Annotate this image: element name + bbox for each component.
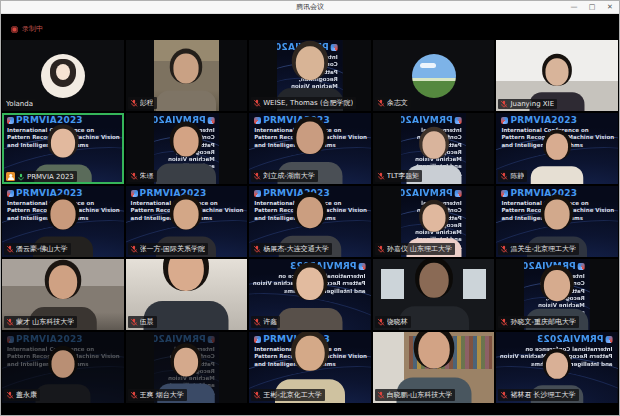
participant-tile[interactable]: PRMVIA2023 International Conference on P… xyxy=(2,186,124,257)
participant-tile[interactable]: PRMVIA2023 International Conference on P… xyxy=(249,259,371,330)
participant-name-badge: 朱璟 xyxy=(128,170,157,182)
participant-name: 王彬-北京化工大学 xyxy=(263,390,322,400)
participant-tile[interactable]: PRMVIA2023 International Conference on P… xyxy=(2,113,124,184)
backdrop-title: PRMVIA2023 xyxy=(498,334,613,344)
meeting-area: 录制中 Yolanda xyxy=(1,14,619,416)
participant-tile[interactable]: PRMVIA2023 International Conference on P… xyxy=(373,113,495,184)
silhouette-head xyxy=(546,134,568,160)
participant-tile[interactable]: PRMVIA2023 International Conference on P… xyxy=(249,332,371,403)
mic-muted-icon xyxy=(500,318,508,326)
participant-name-badge: 温关生-北京理工大学 xyxy=(498,243,579,255)
prmvia-logo-icon xyxy=(131,190,138,197)
participant-name-badge: 蒙才 山东科技大学 xyxy=(4,316,77,328)
participant-tile[interactable]: 蒙才 山东科技大学 xyxy=(2,259,124,330)
participant-name-badge: 盖永康 xyxy=(4,389,40,401)
participant-name-badge: 余志文 xyxy=(375,97,411,109)
mic-muted-icon xyxy=(130,391,138,399)
silhouette-head xyxy=(422,131,445,159)
participant-name-badge: 王彬-北京化工大学 xyxy=(251,389,325,401)
recording-label: 录制中 xyxy=(22,24,43,34)
participant-tile[interactable]: PRMVIA2023 International Conference on P… xyxy=(249,113,371,184)
participant-name: 饶晓林 xyxy=(387,317,408,327)
participant-tile[interactable]: PRMVIA2023 International Conference on P… xyxy=(249,186,371,257)
participant-name: 伍晨 xyxy=(140,317,154,327)
video-grid: Yolanda 彭程 xyxy=(2,40,618,403)
participant-video: PRMVIA2023 International Conference on P… xyxy=(154,113,220,184)
participant-name: TLT李题矩 xyxy=(387,171,420,181)
participant-tile[interactable]: Juanying XIE xyxy=(496,40,618,111)
participant-tile[interactable]: 白晓鹏-山东科技大学 xyxy=(373,332,495,403)
participant-name-badge: 孙晓文-重庆邮电大学 xyxy=(498,316,579,328)
silhouette-head xyxy=(419,263,448,298)
participant-tile[interactable]: 伍晨 xyxy=(126,259,248,330)
backdrop-title: PRMVIA2023 xyxy=(403,115,462,125)
minimize-button[interactable]: — xyxy=(565,1,583,13)
participant-tile[interactable]: PRMVIA2023 International Conference on P… xyxy=(496,186,618,257)
participant-tile[interactable]: PRMVIA2023 International Conference on P… xyxy=(496,332,618,403)
participant-tile[interactable]: 饶晓林 xyxy=(373,259,495,330)
silhouette-torso xyxy=(531,166,584,184)
backdrop-title-text: PRMVIA2023 xyxy=(537,334,604,344)
participant-tile[interactable]: Yolanda xyxy=(2,40,124,111)
participant-name-badge: 伍晨 xyxy=(128,316,157,328)
avatar xyxy=(412,54,456,98)
mic-muted-icon xyxy=(253,318,261,326)
participant-tile[interactable]: 余志文 xyxy=(373,40,495,111)
participant-name: 许鑫 xyxy=(263,317,277,327)
prmvia-logo-icon xyxy=(606,336,613,343)
participant-tile[interactable]: 彭程 xyxy=(126,40,248,111)
participant-name-badge: 孙嘉仪 山东理工大学 xyxy=(375,243,455,255)
mic-unmuted-icon xyxy=(17,173,25,181)
participant-name: 潘云豪-佛山大学 xyxy=(16,244,68,254)
participant-name: 孙嘉仪 山东理工大学 xyxy=(387,244,452,254)
participant-tile[interactable]: PRMVIA2023 International Conference on P… xyxy=(126,332,248,403)
participant-tile[interactable]: PRMVIA2023 International Conference on P… xyxy=(249,40,371,111)
prmvia-logo-icon xyxy=(254,336,261,343)
prmvia-logo-icon xyxy=(7,190,14,197)
mic-muted-icon xyxy=(130,245,138,253)
participant-name: 孙晓文-重庆邮电大学 xyxy=(510,317,576,327)
maximize-button[interactable]: □ xyxy=(583,1,601,13)
silhouette-head xyxy=(296,268,323,301)
silhouette-head xyxy=(49,265,77,299)
silhouette-torso xyxy=(35,384,90,403)
recording-indicator: 录制中 xyxy=(1,14,619,40)
mic-muted-icon xyxy=(377,245,385,253)
silhouette-head xyxy=(51,350,74,378)
participant-name-badge: 陈静 xyxy=(498,170,527,182)
participant-tile[interactable]: PRMVIA2023 International Conference on P… xyxy=(496,113,618,184)
participant-silhouette xyxy=(268,262,351,330)
participant-tile[interactable]: PRMVIA2023 International Conference on P… xyxy=(126,186,248,257)
mic-muted-icon xyxy=(377,391,385,399)
participant-name-badge: 饶晓林 xyxy=(375,316,411,328)
backdrop-title: PRMVIA2023 xyxy=(7,334,122,344)
silhouette-head xyxy=(297,197,323,228)
close-button[interactable]: ✕ xyxy=(601,1,619,13)
participant-tile[interactable]: PRMVIA2023 International Conference on P… xyxy=(2,332,124,403)
backdrop-title-text: PRMVIA2023 xyxy=(16,334,83,344)
window-title: 腾讯会议 xyxy=(1,2,619,12)
mic-muted-icon xyxy=(253,245,261,253)
mic-muted-icon xyxy=(377,99,385,107)
participant-name: 王爽 烟台大学 xyxy=(140,390,184,400)
silhouette-head xyxy=(544,270,570,301)
mic-muted-icon xyxy=(500,100,508,108)
prmvia-logo-icon xyxy=(254,190,261,197)
silhouette-head xyxy=(546,58,569,86)
participant-tile[interactable]: PRMVIA2023 International Conference on P… xyxy=(126,113,248,184)
participant-name: Juanying XIE xyxy=(510,100,554,108)
participant-name: 余志文 xyxy=(387,98,408,108)
mic-muted-icon xyxy=(500,245,508,253)
participant-name-badge: 彭程 xyxy=(128,97,157,109)
mic-muted-icon xyxy=(130,99,138,107)
prmvia-logo-icon xyxy=(454,190,461,197)
silhouette-head xyxy=(174,199,199,229)
participant-tile[interactable]: PRMVIA2023 International Conference on P… xyxy=(373,186,495,257)
participant-silhouette xyxy=(154,49,220,111)
participant-tile[interactable]: PRMVIA2023 International Conference on P… xyxy=(496,259,618,330)
participant-name: 褚林君 长沙理工大学 xyxy=(510,390,575,400)
mic-muted-icon xyxy=(253,391,261,399)
silhouette-torso xyxy=(144,301,229,330)
prmvia-logo-icon xyxy=(501,117,508,124)
prmvia-logo-icon xyxy=(359,263,366,270)
